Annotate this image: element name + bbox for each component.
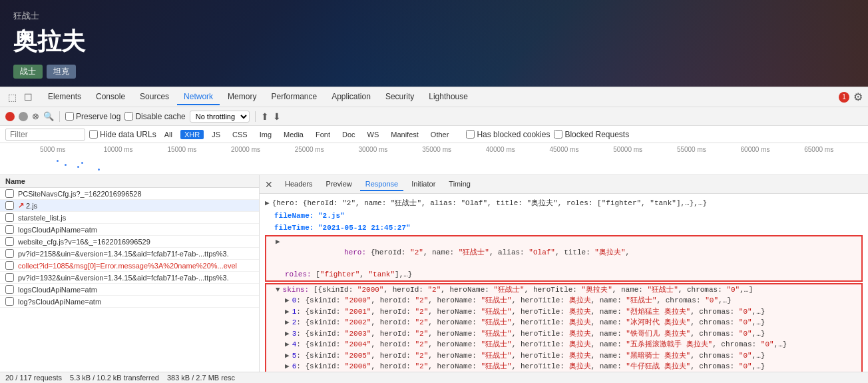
- filter-tab-css[interactable]: CSS: [228, 130, 252, 139]
- request-checkbox[interactable]: [5, 201, 14, 210]
- timeline-label-9: 50000 ms: [613, 146, 677, 153]
- timeline-label-5: 30000 ms: [358, 146, 422, 153]
- tab-application[interactable]: Application: [325, 89, 377, 105]
- timeline-label-2: 15000 ms: [167, 146, 231, 153]
- request-checkbox[interactable]: [5, 261, 14, 270]
- request-checkbox[interactable]: [5, 237, 14, 246]
- request-item[interactable]: logsCloudApiName=atm: [0, 284, 259, 296]
- requests-count: 20 / 117 requests: [5, 374, 62, 382]
- response-content[interactable]: ▶ {hero: {heroId: "2", name: "狂战士", alia…: [260, 194, 868, 372]
- filter-tab-img[interactable]: Img: [256, 130, 276, 139]
- close-response-button[interactable]: ✕: [265, 179, 273, 190]
- request-item[interactable]: starstele_list.js: [0, 212, 259, 224]
- filter-tab-js[interactable]: JS: [208, 130, 224, 139]
- request-checkbox[interactable]: [5, 213, 14, 222]
- request-checkbox[interactable]: [5, 189, 14, 198]
- request-item[interactable]: pv?id=2158&uin=&version=1.34.15&aid=fcfa…: [0, 248, 259, 260]
- timeline-graph: [40, 153, 868, 175]
- blocked-requests-checkbox[interactable]: Blocked Requests: [554, 130, 629, 139]
- timeline-label-0: 5000 ms: [40, 146, 104, 153]
- settings-icon[interactable]: ⚙: [853, 91, 863, 103]
- json-summary-line: ▶ {hero: {heroId: "2", name: "狂战士", alia…: [265, 198, 863, 209]
- request-item[interactable]: ↗ 2.js: [0, 200, 259, 212]
- filter-tab-xhr[interactable]: XHR: [180, 130, 204, 139]
- filter-input[interactable]: [5, 129, 85, 141]
- hero-line: ▶ hero: {heroId: "2", name: "狂战士", alias…: [266, 236, 861, 270]
- tab-performance[interactable]: Performance: [264, 89, 324, 105]
- timeline-dot: [57, 160, 59, 162]
- filter-tab-doc[interactable]: Doc: [338, 130, 359, 139]
- tab-security[interactable]: Security: [379, 89, 421, 105]
- request-item[interactable]: log?sCloudApiName=atm: [0, 296, 259, 308]
- tab-network[interactable]: Network: [177, 89, 220, 105]
- inspect-icon[interactable]: ⬚: [5, 91, 19, 104]
- response-tab-initiator[interactable]: Initiator: [406, 178, 441, 191]
- request-checkbox[interactable]: [5, 225, 14, 234]
- hero-tag-fighter: 战士: [13, 65, 43, 79]
- response-tab-timing[interactable]: Timing: [443, 178, 476, 191]
- hide-data-urls-checkbox[interactable]: Hide data URLs: [89, 130, 156, 139]
- timeline-label-11: 60000 ms: [741, 146, 805, 153]
- timeline-dot: [81, 162, 83, 164]
- skin-item-6: ▶ 6: {skinId: "2006", heroId: "2", heroN…: [266, 361, 861, 372]
- preserve-log-checkbox[interactable]: Preserve log: [65, 112, 120, 121]
- has-blocked-cookies-checkbox[interactable]: Has blocked cookies: [466, 130, 550, 139]
- request-name: 2.js: [26, 202, 37, 210]
- disable-cache-checkbox[interactable]: Disable cache: [124, 112, 185, 121]
- request-item-error[interactable]: collect?id=1085&msg[0]=Error.message%3A%…: [0, 260, 259, 272]
- tab-lighthouse[interactable]: Lighthouse: [422, 89, 475, 105]
- request-name: starstele_list.js: [18, 214, 66, 222]
- tab-sources[interactable]: Sources: [133, 89, 176, 105]
- request-item[interactable]: PCSiteNavsCfg.js?_=1622016996528: [0, 188, 259, 200]
- device-icon[interactable]: ☐: [21, 91, 35, 104]
- record-button[interactable]: [5, 112, 15, 121]
- tab-elements[interactable]: Elements: [41, 89, 88, 105]
- filter-tab-other[interactable]: Other: [427, 130, 453, 139]
- status-bar: 20 / 117 requests 5.3 kB / 10.2 kB trans…: [0, 372, 868, 383]
- name-column-header: Name: [5, 177, 25, 185]
- skins-header-line: ▼ skins: [{skinId: "2000", heroId: "2", …: [266, 284, 861, 296]
- request-checkbox[interactable]: [5, 297, 14, 306]
- response-tab-preview[interactable]: Preview: [321, 178, 357, 191]
- request-checkbox[interactable]: [5, 249, 14, 258]
- response-panel: ✕ Headers Preview Response Initiator Tim…: [260, 175, 868, 372]
- request-name: PCSiteNavsCfg.js?_=1622016996528: [18, 190, 142, 198]
- response-tab-headers[interactable]: Headers: [280, 178, 318, 191]
- request-item[interactable]: pv?id=1932&uin=&version=1.34.15&aid=fcfa…: [0, 272, 259, 284]
- export-icon[interactable]: ⬇: [273, 111, 281, 122]
- timeline-label-10: 55000 ms: [677, 146, 741, 153]
- filter-tab-manifest[interactable]: Manifest: [387, 130, 423, 139]
- expand-icon[interactable]: ▶: [265, 198, 270, 209]
- devtools-panel: ⬚ ☐ Elements Console Sources Network Mem…: [0, 87, 868, 383]
- timeline-label-6: 35000 ms: [422, 146, 486, 153]
- devtools-icons: ⬚ ☐: [5, 91, 35, 104]
- filter-tab-font[interactable]: Font: [312, 130, 334, 139]
- filter-tab-ws[interactable]: WS: [363, 130, 383, 139]
- tab-memory[interactable]: Memory: [221, 89, 263, 105]
- skin-item-0: ▶ 0: {skinId: "2000", heroId: "2", heroN…: [266, 295, 861, 306]
- skins-expand-icon[interactable]: ▼: [276, 284, 280, 296]
- toolbar-separator-1: [59, 111, 60, 122]
- transferred-size: 5.3 kB / 10.2 kB transferred: [70, 374, 159, 382]
- filter-tab-media[interactable]: Media: [280, 130, 308, 139]
- throttle-select[interactable]: No throttling: [190, 111, 250, 123]
- request-item[interactable]: website_cfg.js?v=16&_=1622016996529: [0, 236, 259, 248]
- response-tab-response[interactable]: Response: [360, 178, 404, 191]
- main-area: Name PCSiteNavsCfg.js?_=1622016996528 ↗ …: [0, 175, 868, 372]
- timeline-label-4: 25000 ms: [295, 146, 359, 153]
- filter-icon[interactable]: ⊗: [32, 111, 39, 121]
- filter-tab-all[interactable]: All: [160, 130, 176, 139]
- import-icon[interactable]: ⬆: [261, 111, 269, 122]
- toolbar-separator-2: [255, 111, 256, 122]
- hero-expand-icon[interactable]: ▶: [276, 236, 280, 248]
- timeline-label-7: 40000 ms: [486, 146, 550, 153]
- tab-console[interactable]: Console: [89, 89, 132, 105]
- request-list-header: Name: [0, 175, 259, 188]
- stop-button[interactable]: [19, 112, 28, 121]
- request-checkbox[interactable]: [5, 273, 14, 282]
- search-icon[interactable]: 🔍: [43, 111, 54, 121]
- notification-badge: 1: [839, 92, 849, 103]
- hero-subtitle: 狂战士: [13, 10, 85, 22]
- request-item[interactable]: logsCloudApiName=atm: [0, 224, 259, 236]
- request-checkbox[interactable]: [5, 285, 14, 294]
